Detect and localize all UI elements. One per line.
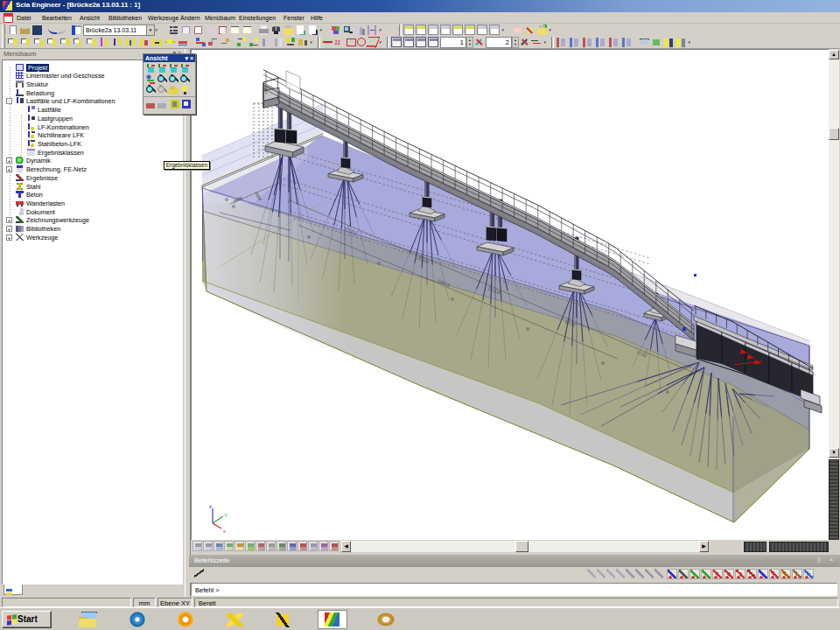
svg-text:x: x (223, 528, 226, 534)
svg-text:Y: Y (224, 513, 228, 518)
svg-text:z: z (209, 504, 212, 509)
